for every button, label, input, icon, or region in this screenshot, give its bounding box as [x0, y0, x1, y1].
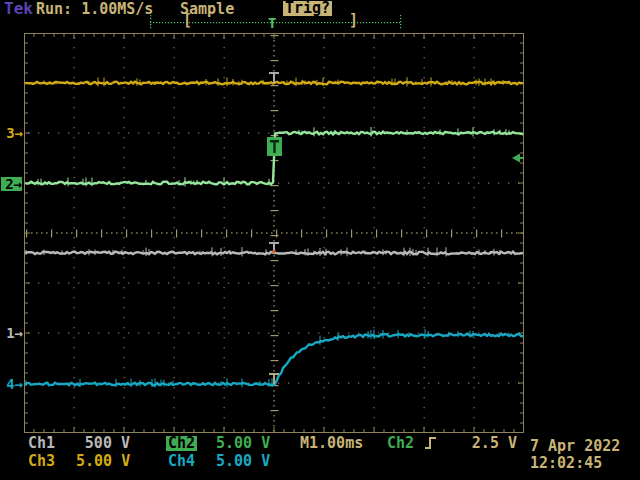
- ch2-trigger-point-box: [267, 137, 282, 156]
- graticule: [24, 33, 524, 433]
- date-readout: 7 Apr 2022: [530, 439, 620, 454]
- record-view-left-bracket: [: [183, 13, 192, 28]
- record-view-line: [0, 13, 640, 33]
- ch2-ground-marker: 2→: [1, 177, 22, 191]
- time-readout: 12:02:45: [530, 456, 602, 471]
- ch4-scale: 5.00 V: [216, 454, 270, 469]
- ch3-ground-marker: 3→: [0, 126, 23, 140]
- ch4-ground-marker: 4→: [0, 377, 23, 391]
- ch2-label: Ch2: [166, 436, 197, 451]
- trigger-level-arrow: [512, 154, 524, 163]
- trigger-level-readout: 2.5 V: [462, 436, 517, 451]
- center-axis-ticks: [26, 35, 523, 432]
- record-view-right-bracket: ]: [349, 13, 358, 28]
- ch2-scale: 5.00 V: [216, 436, 270, 451]
- ch3-label: Ch3: [28, 454, 55, 469]
- ch2-trace: [25, 127, 523, 187]
- graticule-frame: [25, 34, 524, 433]
- ch1-scale: 500 V: [76, 436, 130, 451]
- record-view-trigger-t: T: [268, 16, 276, 30]
- oscilloscope-screen: Tek Run: 1.00MS/s Sample Trig? [ ] T 3→ …: [0, 0, 640, 480]
- ch4-label: Ch4: [168, 454, 195, 469]
- ch1-label: Ch1: [28, 436, 55, 451]
- ch3-scale: 5.00 V: [76, 454, 130, 469]
- timebase-readout: M1.00ms: [300, 436, 363, 451]
- trigger-source-readout: Ch2: [387, 436, 414, 451]
- ch1-sample-mark: [273, 250, 276, 253]
- frame-ticks: [25, 34, 523, 432]
- ch1-ground-marker: 1→: [0, 326, 23, 340]
- rising-edge-icon: [424, 435, 438, 451]
